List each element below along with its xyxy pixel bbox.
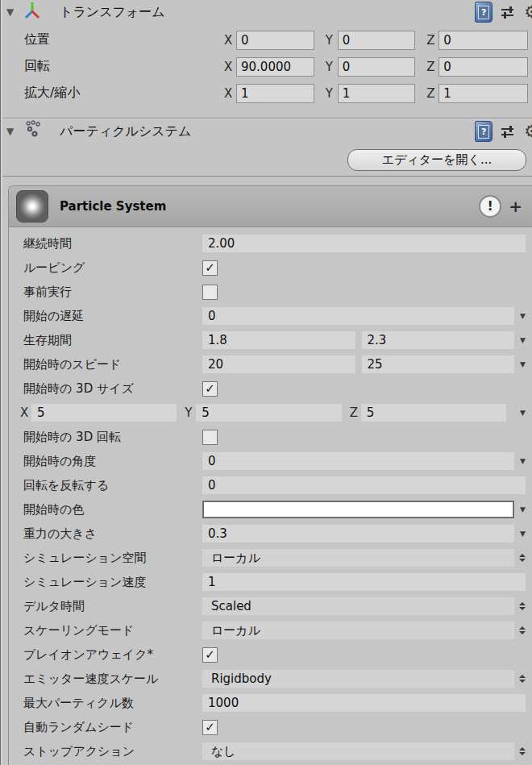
window-left-edge <box>0 0 2 765</box>
color-swatch[interactable] <box>202 501 514 518</box>
axis-group: Z1 <box>426 84 528 103</box>
property-label: 事前実行 <box>23 285 202 300</box>
particle-properties: 継続時間2.00ルーピング✓事前実行開始の遅延0▼生存期間1.82.3▼開始時の… <box>9 227 532 763</box>
gear-icon[interactable]: ⚙ <box>524 4 532 21</box>
property-row: 事前実行 <box>9 280 532 304</box>
transform-row: 拡大/縮小X1Y1Z1 <box>24 80 528 106</box>
value-field[interactable]: 0 <box>438 31 528 50</box>
particle-module-title: Particle System <box>60 199 166 214</box>
gear-icon[interactable]: ⚙ <box>524 123 532 140</box>
particle-system-icon <box>23 120 42 143</box>
property-row: 開始時の角度0▼ <box>9 449 532 473</box>
axis-group: X5 <box>20 404 177 422</box>
property-label: ルーピング <box>23 260 202 276</box>
axis-label: Y <box>185 405 196 420</box>
enum-dropdown[interactable]: ローカル <box>202 622 514 639</box>
curve-dropdown-icon[interactable]: ▼ <box>514 457 526 465</box>
value-field[interactable]: 0 <box>438 57 528 77</box>
value-field[interactable]: 1 <box>438 84 528 103</box>
checkbox[interactable]: ✓ <box>202 260 218 276</box>
property-row: 最大パーティクル数1000 <box>9 691 532 715</box>
value-field[interactable]: 5 <box>361 404 506 422</box>
enum-dropdown-icon[interactable] <box>514 554 526 562</box>
curve-dropdown-icon[interactable]: ▼ <box>514 312 526 320</box>
value-field[interactable]: 0 <box>202 452 514 470</box>
add-module-button[interactable]: + <box>509 198 522 214</box>
enum-dropdown[interactable]: ローカル <box>202 549 514 567</box>
property-label: 開始時の 3D サイズ <box>23 381 202 397</box>
transform-rows: 位置X0Y0Z0回転X90.0000Y0Z0拡大/縮小X1Y1Z1 <box>0 24 532 118</box>
enum-dropdown-icon[interactable] <box>514 747 526 755</box>
fold-arrow-icon[interactable]: ▼ <box>6 6 18 18</box>
particle-module-header[interactable]: Particle System ! + <box>9 186 532 227</box>
value-field[interactable]: 90.0000 <box>236 57 314 77</box>
curve-dropdown-icon[interactable]: ▼ <box>514 336 526 344</box>
checkbox[interactable]: ✓ <box>202 647 218 663</box>
enum-dropdown-icon[interactable] <box>514 602 526 610</box>
transform-header[interactable]: ▼ トランスフォーム ? ⚙ <box>0 0 532 24</box>
value-field[interactable]: 0 <box>202 476 526 494</box>
value-field[interactable]: 0 <box>338 57 416 77</box>
curve-dropdown-icon[interactable]: ▼ <box>514 409 526 417</box>
checkbox[interactable]: ✓ <box>202 720 218 735</box>
value-field-min[interactable]: 20 <box>202 355 355 373</box>
presets-icon[interactable] <box>501 6 515 19</box>
value-field[interactable]: 5 <box>196 404 341 422</box>
property-label: ストップアクション <box>23 744 202 759</box>
value-field-min[interactable]: 1.8 <box>202 331 355 349</box>
value-field[interactable]: 0 <box>202 307 514 325</box>
transform-title: トランスフォーム <box>60 4 165 21</box>
property-row: 開始時の色▼ <box>9 497 532 522</box>
particle-system-title: パーティクルシステム <box>60 123 191 140</box>
transform-row: 位置X0Y0Z0 <box>24 27 528 53</box>
value-field-max[interactable]: 2.3 <box>362 331 515 349</box>
value-field[interactable]: 1 <box>202 573 526 591</box>
curve-dropdown-icon[interactable]: ▼ <box>514 360 526 368</box>
property-row: エミッター速度スケールRigidbody <box>9 667 532 691</box>
axis-group: X90.0000 <box>224 57 326 77</box>
particle-material-icon <box>16 190 48 222</box>
property-label: 生存期間 <box>23 333 202 348</box>
value-field[interactable]: 0 <box>338 31 416 50</box>
enum-dropdown[interactable]: Rigidbody <box>202 670 514 688</box>
property-label: 開始時の角度 <box>23 454 202 469</box>
curve-dropdown-icon[interactable]: ▼ <box>514 505 526 513</box>
checkbox[interactable]: ✓ <box>202 381 218 397</box>
axis-group: Y5 <box>185 404 341 422</box>
fold-arrow-icon[interactable]: ▼ <box>6 126 18 137</box>
help-icon[interactable]: ? <box>475 121 493 142</box>
axis-label: X <box>224 60 236 74</box>
axis-label: X <box>224 86 236 101</box>
value-field[interactable]: 0.3 <box>202 525 514 543</box>
property-row: 自動ランダムシード✓ <box>9 715 532 739</box>
axis-label: Y <box>326 86 338 101</box>
value-field[interactable]: 0 <box>236 31 314 50</box>
value-field[interactable]: 2.00 <box>202 235 526 252</box>
property-row: 開始時の 3D 回転 <box>9 425 532 449</box>
property-label: 開始時の 3D 回転 <box>23 430 202 445</box>
unity-inspector: { "glyphs": { "fold": "▼", "dropdown": "… <box>0 0 532 765</box>
value-field[interactable]: 1000 <box>202 694 526 712</box>
enum-dropdown-icon[interactable] <box>514 675 526 683</box>
open-editor-button[interactable]: エディターを開く... <box>347 149 526 171</box>
checkbox[interactable] <box>202 285 218 300</box>
value-field-max[interactable]: 25 <box>362 355 515 373</box>
value-field[interactable]: 1 <box>338 84 416 103</box>
help-icon[interactable]: ? <box>475 2 493 23</box>
property-row: 開始時のスピード2025▼ <box>9 352 532 376</box>
property-label: 回転 <box>24 58 224 75</box>
property-label: デルタ時間 <box>23 599 202 614</box>
value-field[interactable]: 5 <box>31 404 177 422</box>
transform-row: 回転X90.0000Y0Z0 <box>24 53 528 80</box>
enum-dropdown[interactable]: Scaled <box>202 597 514 615</box>
axis-group: Z0 <box>426 57 528 77</box>
presets-icon[interactable] <box>501 125 515 138</box>
axis-group: X0 <box>224 31 326 50</box>
particle-system-header[interactable]: ▼ パーティクルシステム ? ⚙ <box>0 119 532 143</box>
enum-dropdown[interactable]: なし <box>202 742 514 760</box>
value-field[interactable]: 1 <box>236 84 314 103</box>
property-row: 重力の大きさ0.3▼ <box>9 522 532 546</box>
enum-dropdown-icon[interactable] <box>514 626 526 634</box>
checkbox[interactable] <box>202 430 218 445</box>
curve-dropdown-icon[interactable]: ▼ <box>514 530 526 538</box>
